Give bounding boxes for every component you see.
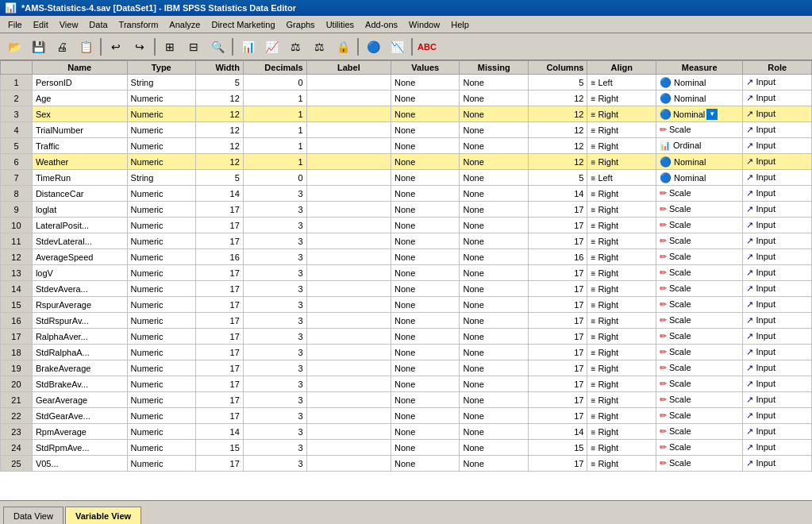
- cell-values[interactable]: None: [391, 75, 460, 91]
- cell-name[interactable]: V05...: [32, 456, 127, 472]
- cell-name[interactable]: AverageSpeed: [32, 249, 127, 265]
- cell-values[interactable]: None: [391, 249, 460, 265]
- cell-role[interactable]: ↗ Input: [743, 281, 812, 297]
- table-row[interactable]: 14 StdevAvera... Numeric 17 3 None None …: [1, 281, 812, 297]
- cell-columns[interactable]: 17: [528, 345, 587, 360]
- cell-decimals[interactable]: 0: [243, 75, 306, 91]
- variable-view-grid[interactable]: Name Type Width Decimals Label Values Mi…: [0, 60, 812, 500]
- cell-width[interactable]: 15: [196, 440, 244, 456]
- cell-name[interactable]: RpmAverage: [32, 424, 127, 440]
- cell-columns[interactable]: 17: [528, 313, 587, 329]
- cell-values[interactable]: None: [391, 170, 460, 186]
- print-button[interactable]: 🖨: [51, 37, 73, 57]
- cell-role[interactable]: ↗ Input: [743, 440, 812, 456]
- cell-columns[interactable]: 12: [528, 91, 587, 106]
- cell-align[interactable]: ≡ Right: [587, 186, 656, 202]
- cell-measure[interactable]: ✏ Scale: [656, 376, 743, 392]
- find-button[interactable]: 🔍: [206, 37, 229, 57]
- spell-check-button[interactable]: ABC: [416, 37, 438, 57]
- cell-role[interactable]: ↗ Input: [743, 408, 812, 424]
- cell-name[interactable]: PersonID: [32, 75, 127, 91]
- table-row[interactable]: 8 DistanceCar Numeric 14 3 None None 14 …: [1, 186, 812, 202]
- redo-button[interactable]: ↪: [129, 37, 151, 57]
- col-columns[interactable]: Columns: [528, 61, 587, 75]
- menu-item-data[interactable]: Data: [84, 18, 112, 31]
- cell-values[interactable]: None: [391, 313, 460, 329]
- cell-columns[interactable]: 5: [528, 170, 587, 186]
- cell-columns[interactable]: 17: [528, 360, 587, 376]
- cell-type[interactable]: Numeric: [127, 456, 195, 472]
- cell-decimals[interactable]: 3: [243, 218, 306, 233]
- cell-label[interactable]: [306, 154, 391, 170]
- cell-type[interactable]: Numeric: [127, 392, 195, 408]
- cell-measure[interactable]: ✏ Scale: [656, 265, 743, 281]
- cell-width[interactable]: 17: [196, 456, 244, 472]
- cell-role[interactable]: ↗ Input: [743, 91, 812, 106]
- cell-decimals[interactable]: 3: [243, 376, 306, 392]
- cell-missing[interactable]: None: [460, 376, 528, 392]
- cell-align[interactable]: ≡ Right: [587, 106, 656, 122]
- table-row[interactable]: 7 TimeRun String 5 0 None None 5 ≡ Left …: [1, 170, 812, 186]
- cell-align[interactable]: ≡ Right: [587, 440, 656, 456]
- col-role[interactable]: Role: [743, 61, 812, 75]
- cell-missing[interactable]: None: [460, 408, 528, 424]
- cell-columns[interactable]: 12: [528, 154, 587, 170]
- cell-missing[interactable]: None: [460, 202, 528, 218]
- cell-label[interactable]: [306, 392, 391, 408]
- cell-type[interactable]: Numeric: [127, 202, 195, 218]
- insert-cases-button[interactable]: 📊: [237, 37, 259, 57]
- cell-measure[interactable]: 🔵 Nominal: [656, 170, 743, 186]
- cell-name[interactable]: StdRalphaA...: [32, 345, 127, 360]
- table-row[interactable]: 16 StdRspurAv... Numeric 17 3 None None …: [1, 313, 812, 329]
- cell-missing[interactable]: None: [460, 297, 528, 313]
- cell-decimals[interactable]: 3: [243, 329, 306, 345]
- cell-columns[interactable]: 5: [528, 75, 587, 91]
- menu-item-transform[interactable]: Transform: [114, 18, 164, 31]
- cell-columns[interactable]: 12: [528, 122, 587, 138]
- cell-role[interactable]: ↗ Input: [743, 249, 812, 265]
- cell-missing[interactable]: None: [460, 440, 528, 456]
- cell-columns[interactable]: 14: [528, 424, 587, 440]
- table-row[interactable]: 19 BrakeAverage Numeric 17 3 None None 1…: [1, 360, 812, 376]
- cell-missing[interactable]: None: [460, 91, 528, 106]
- cell-role[interactable]: ↗ Input: [743, 75, 812, 91]
- menu-item-edit[interactable]: Edit: [29, 18, 53, 31]
- cell-columns[interactable]: 17: [528, 265, 587, 281]
- cell-measure[interactable]: ✏ Scale: [656, 218, 743, 233]
- cell-columns[interactable]: 17: [528, 281, 587, 297]
- cell-decimals[interactable]: 3: [243, 313, 306, 329]
- cell-role[interactable]: ↗ Input: [743, 329, 812, 345]
- cell-decimals[interactable]: 1: [243, 91, 306, 106]
- cell-decimals[interactable]: 3: [243, 186, 306, 202]
- cell-missing[interactable]: None: [460, 313, 528, 329]
- chart-button[interactable]: 📉: [386, 37, 408, 57]
- cell-width[interactable]: 17: [196, 392, 244, 408]
- cell-measure[interactable]: ✏ Scale: [656, 392, 743, 408]
- cell-measure[interactable]: ✏ Scale: [656, 249, 743, 265]
- cell-columns[interactable]: 12: [528, 106, 587, 122]
- cell-values[interactable]: None: [391, 329, 460, 345]
- cell-role[interactable]: ↗ Input: [743, 345, 812, 360]
- cell-label[interactable]: [306, 360, 391, 376]
- cell-values[interactable]: None: [391, 456, 460, 472]
- cell-align[interactable]: ≡ Right: [587, 233, 656, 249]
- cell-align[interactable]: ≡ Right: [587, 218, 656, 233]
- col-width[interactable]: Width: [196, 61, 244, 75]
- cell-missing[interactable]: None: [460, 456, 528, 472]
- cell-measure[interactable]: ✏ Scale: [656, 202, 743, 218]
- cell-width[interactable]: 17: [196, 281, 244, 297]
- cell-values[interactable]: None: [391, 91, 460, 106]
- cell-label[interactable]: [306, 408, 391, 424]
- col-measure[interactable]: Measure: [656, 61, 743, 75]
- cell-align[interactable]: ≡ Right: [587, 408, 656, 424]
- cell-name[interactable]: RalphaAver...: [32, 329, 127, 345]
- table-row[interactable]: 23 RpmAverage Numeric 14 3 None None 14 …: [1, 424, 812, 440]
- cell-role[interactable]: ↗ Input: [743, 154, 812, 170]
- cell-decimals[interactable]: 3: [243, 424, 306, 440]
- cell-align[interactable]: ≡ Right: [587, 297, 656, 313]
- table-row[interactable]: 20 StdBrakeAv... Numeric 17 3 None None …: [1, 376, 812, 392]
- cell-width[interactable]: 14: [196, 424, 244, 440]
- cell-name[interactable]: RspurAverage: [32, 297, 127, 313]
- cell-align[interactable]: ≡ Right: [587, 329, 656, 345]
- recall-button[interactable]: 📋: [75, 37, 97, 57]
